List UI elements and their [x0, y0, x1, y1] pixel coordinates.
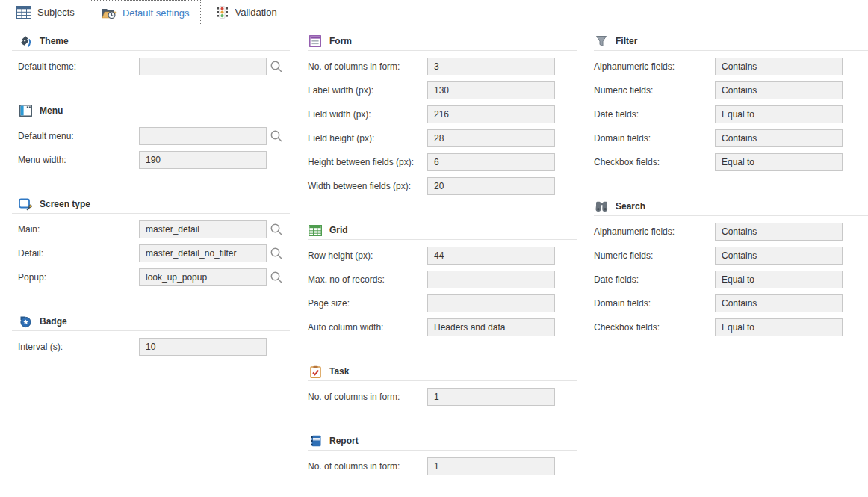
main-screen-input[interactable] — [139, 220, 267, 238]
label-width-input[interactable] — [427, 81, 555, 99]
search-alphanumeric-input[interactable] — [715, 223, 843, 241]
field-label: Checkbox fields: — [594, 322, 715, 333]
search-date-input[interactable] — [715, 271, 843, 288]
section-title: Report — [329, 436, 359, 446]
task-columns-input[interactable] — [427, 388, 555, 406]
theme-section-header: Theme — [12, 36, 290, 51]
field-row: Row height (px): — [308, 244, 577, 268]
report-columns-input[interactable] — [427, 457, 555, 475]
main-screen-lookup-button[interactable] — [267, 220, 286, 238]
default-menu-input[interactable] — [139, 127, 267, 145]
traffic-light-icon — [216, 6, 229, 19]
magnifier-icon — [270, 271, 283, 284]
field-row: Auto column width: — [308, 315, 577, 339]
field-row: Detail: — [12, 241, 290, 265]
field-row: Label width (px): — [308, 78, 577, 102]
field-row: Alphanumeric fields: — [594, 55, 868, 78]
default-theme-input[interactable] — [139, 58, 267, 75]
field-label: Numeric fields: — [594, 85, 715, 96]
theme-section: Theme Default theme: — [12, 36, 290, 78]
popup-screen-lookup-button[interactable] — [267, 268, 286, 286]
height-between-fields-input[interactable] — [427, 153, 555, 171]
field-label: Label width (px): — [308, 85, 427, 96]
magnifier-icon — [270, 247, 283, 260]
search-section: Search Alphanumeric fields: Numeric fiel… — [594, 201, 868, 339]
default-menu-lookup-button[interactable] — [267, 127, 286, 145]
notebook-icon — [308, 435, 323, 447]
search-checkbox-input[interactable] — [715, 318, 843, 336]
section-title: Menu — [40, 105, 63, 116]
width-between-fields-input[interactable] — [427, 177, 555, 195]
menu-section-header: Menu — [12, 105, 290, 120]
form-section: Form No. of columns in form: Label width… — [308, 36, 577, 198]
field-label: No. of columns in form: — [308, 461, 427, 472]
field-label: Default theme: — [18, 61, 139, 72]
row-height-input[interactable] — [427, 247, 555, 265]
tab-default-settings[interactable]: Default settings — [90, 0, 202, 25]
detail-screen-input[interactable] — [139, 244, 267, 262]
tab-validation[interactable]: Validation — [204, 0, 288, 25]
window-menu-icon — [18, 105, 33, 117]
field-row: Main: — [12, 217, 290, 241]
filter-date-input[interactable] — [715, 105, 843, 123]
filter-numeric-input[interactable] — [715, 81, 843, 99]
settings-page: Subjects Default settings — [0, 0, 868, 497]
form-section-header: Form — [308, 36, 577, 51]
section-title: Screen type — [40, 199, 90, 209]
field-row: No. of columns in form: — [308, 454, 577, 478]
field-label: Numeric fields: — [594, 250, 715, 261]
section-title: Grid — [329, 225, 348, 235]
field-label: Alphanumeric fields: — [594, 61, 715, 72]
default-theme-lookup-button[interactable] — [267, 58, 286, 75]
magnifier-icon — [270, 60, 283, 73]
search-numeric-input[interactable] — [715, 247, 843, 265]
field-row: Domain fields: — [594, 291, 868, 315]
section-title: Theme — [40, 36, 69, 46]
field-row: Field width (px): — [308, 102, 577, 126]
detail-screen-lookup-button[interactable] — [267, 244, 286, 262]
filter-checkbox-input[interactable] — [715, 153, 843, 171]
badge-interval-input[interactable] — [139, 338, 267, 356]
field-row: Date fields: — [594, 268, 868, 291]
field-label: Detail: — [18, 248, 139, 259]
field-label: Width between fields (px): — [308, 181, 427, 191]
auto-column-width-input[interactable] — [427, 318, 555, 336]
search-domain-input[interactable] — [715, 294, 843, 312]
form-columns-input[interactable] — [427, 58, 555, 75]
field-row: Date fields: — [594, 102, 868, 126]
field-row: Page size: — [308, 291, 577, 315]
folder-clock-icon — [102, 7, 117, 19]
field-label: Date fields: — [594, 109, 715, 120]
filter-alphanumeric-input[interactable] — [715, 58, 843, 75]
field-row: Height between fields (px): — [308, 150, 577, 174]
screen-type-section-header: Screen type — [12, 199, 290, 214]
grid-section: Grid Row height (px): Max. no of records… — [308, 225, 577, 339]
page-size-input[interactable] — [427, 294, 555, 312]
tab-label: Subjects — [37, 7, 75, 18]
tab-subjects[interactable]: Subjects — [4, 0, 87, 25]
field-row: Numeric fields: — [594, 78, 868, 102]
section-title: Task — [329, 366, 349, 377]
field-label: Field height (px): — [308, 133, 427, 143]
field-row: Field height (px): — [308, 126, 577, 150]
field-row: No. of columns in form: — [308, 55, 577, 78]
field-row: Interval (s): — [12, 335, 290, 359]
grid-table-icon — [308, 225, 323, 236]
field-width-input[interactable] — [427, 105, 555, 123]
tab-bar: Subjects Default settings — [0, 0, 868, 25]
clipboard-check-icon — [308, 365, 323, 378]
menu-width-input[interactable] — [139, 151, 267, 169]
task-section-header: Task — [308, 366, 577, 381]
field-label: Interval (s): — [18, 342, 139, 352]
field-label: No. of columns in form: — [308, 392, 427, 402]
field-row: Max. no of records: — [308, 268, 577, 291]
popup-screen-input[interactable] — [139, 268, 267, 286]
filter-domain-input[interactable] — [715, 129, 843, 147]
field-height-input[interactable] — [427, 129, 555, 147]
left-column: Theme Default theme: — [12, 25, 290, 359]
max-records-input[interactable] — [427, 271, 555, 288]
magnifier-icon — [270, 223, 283, 236]
right-column: Filter Alphanumeric fields: Numeric fiel… — [594, 25, 868, 339]
screen-wrench-icon — [18, 198, 33, 211]
search-section-header: Search — [594, 201, 868, 216]
